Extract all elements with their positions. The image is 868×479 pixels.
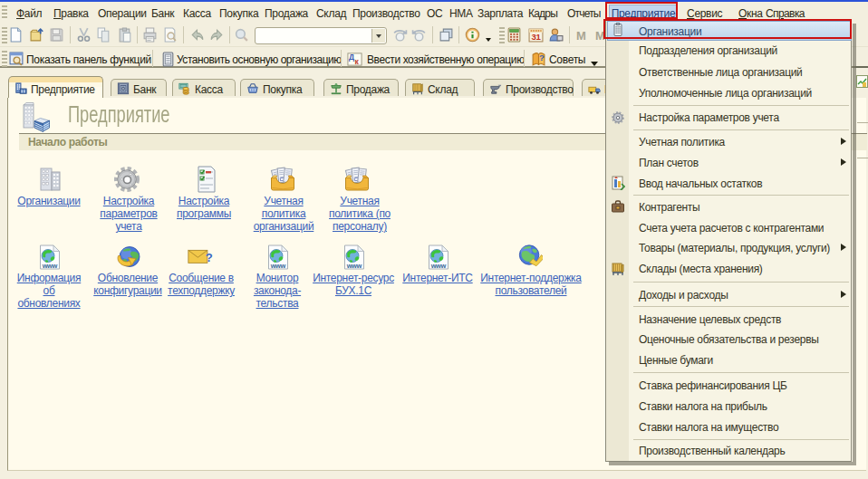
svg-text:?: ? <box>206 251 213 264</box>
svg-text:?: ? <box>539 53 545 62</box>
svg-text:www: www <box>346 262 362 270</box>
svg-text:www: www <box>42 262 58 270</box>
svg-text:31: 31 <box>532 32 542 42</box>
svg-text:Д: Д <box>349 53 354 62</box>
svg-text:www: www <box>270 262 286 270</box>
svg-text:www: www <box>430 262 447 270</box>
